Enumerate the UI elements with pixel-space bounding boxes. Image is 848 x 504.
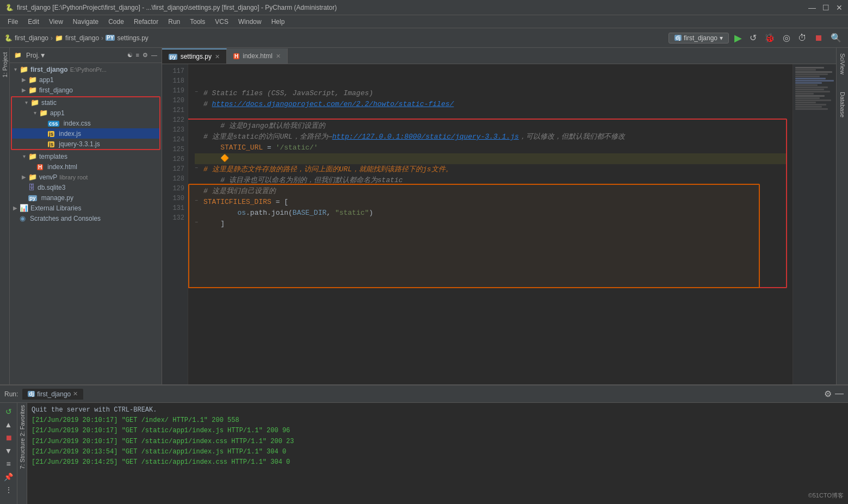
right-labels: SciView Database bbox=[836, 48, 848, 384]
toolbar-right: dj first_django ▾ ▶ ↺ 🐞 ◎ ⏱ ⏹ 🔍 bbox=[669, 31, 844, 45]
tree-item-app1[interactable]: ▶ 📁 app1 bbox=[10, 74, 162, 85]
editor-area: py settings.py ✕ H index.html ✕ 117 118 … bbox=[162, 48, 836, 384]
run-tab-close[interactable]: ✕ bbox=[73, 390, 78, 397]
run-header: Run: dj first_django ✕ ⚙ — bbox=[0, 385, 848, 403]
static-highlight-box: ▾ 📁 static ▾ 📁 app1 css index.css bbox=[11, 96, 160, 150]
run-settings-icon[interactable]: ⚙ bbox=[824, 389, 832, 399]
tree-item-external-libs[interactable]: ▶ 📊 External Libraries bbox=[10, 203, 162, 213]
run-more-btn[interactable]: ⋮ bbox=[5, 486, 13, 494]
database-label[interactable]: Database bbox=[838, 89, 847, 121]
run-stop-btn[interactable]: ⏹ bbox=[5, 433, 13, 442]
js-icon-index-js: js bbox=[48, 129, 54, 138]
code-line-120: # https://docs.djangoproject.com/en/2.2/… bbox=[195, 99, 786, 110]
tree-item-index-html[interactable]: H index.html bbox=[10, 161, 162, 172]
run-content: ↺ ▲ ⏹ ▼ ≡ 📌 ⋮ 2: Favorites 7: Structure … bbox=[0, 403, 848, 504]
favorites-label[interactable]: 2: Favorites bbox=[19, 405, 26, 436]
tab-label-index-html: index.html bbox=[243, 52, 273, 60]
project-icon-config[interactable]: ⚙ bbox=[143, 52, 148, 59]
menu-refactor[interactable]: Refactor bbox=[129, 17, 163, 27]
log-line-2: [21/Jun/2019 20:10:17] "GET /static/app1… bbox=[32, 426, 844, 436]
run-output-panel: 2: Favorites 7: Structure Quit the serve… bbox=[17, 403, 848, 504]
structure-label[interactable]: 7: Structure bbox=[19, 438, 26, 469]
menu-view[interactable]: View bbox=[45, 17, 67, 27]
code-content[interactable]: − # Static files (CSS, JavaScript, Image… bbox=[188, 64, 793, 384]
breadcrumb: 🐍 first_django › 📁 first_django › PY set… bbox=[4, 34, 148, 42]
code-line-123: # 这里是static的访问URL，全路径为—http://127.0.0.1:… bbox=[195, 132, 786, 142]
fold-btn-129[interactable]: − bbox=[195, 197, 201, 205]
tree-item-scratches[interactable]: ◉ Scratches and Consoles bbox=[10, 213, 162, 223]
tree-item-jquery[interactable]: js jquery-3.3.1.js bbox=[12, 139, 159, 149]
tab-settings-py[interactable]: py settings.py ✕ bbox=[162, 48, 227, 64]
run-pin-btn[interactable]: 📌 bbox=[4, 472, 13, 481]
run-wrap-btn[interactable]: ≡ bbox=[6, 459, 10, 468]
log-line-1: [21/Jun/2019 20:10:17] "GET /index/ HTTP… bbox=[32, 415, 844, 426]
profile-button[interactable]: ⏱ bbox=[796, 32, 809, 44]
menu-run[interactable]: Run bbox=[164, 17, 184, 27]
sciview-label[interactable]: SciView bbox=[838, 50, 847, 78]
coverage-button[interactable]: ◎ bbox=[781, 32, 793, 44]
tree-item-db-sqlite3[interactable]: 🗄 db.sqlite3 bbox=[10, 182, 162, 192]
tree-item-root[interactable]: ▾ 📁 first_django E:\PythonPr... bbox=[10, 64, 162, 74]
code-text-119: # Static files (CSS, JavaScript, Images) bbox=[203, 88, 373, 99]
tab-label-settings-py: settings.py bbox=[181, 53, 212, 60]
tab-index-html[interactable]: H index.html ✕ bbox=[227, 48, 288, 64]
debug-button[interactable]: 🐞 bbox=[762, 32, 777, 44]
run-scroll-down-btn[interactable]: ▼ bbox=[5, 446, 13, 455]
tree-arrow-templates: ▾ bbox=[21, 153, 27, 159]
menu-help[interactable]: Help bbox=[267, 17, 289, 27]
minimize-button[interactable]: — bbox=[808, 3, 816, 12]
code-line-124: STATIC_URL = '/static/' bbox=[195, 142, 786, 153]
tree-item-static[interactable]: ▾ 📁 static bbox=[12, 97, 159, 108]
run-config-dropdown-icon: ▾ bbox=[720, 34, 723, 42]
project-icon-settings[interactable]: ≡ bbox=[136, 52, 139, 59]
project-panel-label[interactable]: 1: Project bbox=[1, 48, 9, 82]
log-line-4: [21/Jun/2019 20:13:54] "GET /static/app1… bbox=[32, 447, 844, 457]
tree-item-index-css[interactable]: css index.css bbox=[12, 118, 159, 128]
tree-item-index-js[interactable]: js index.js bbox=[12, 128, 159, 139]
run-restart-btn[interactable]: ↺ bbox=[5, 407, 12, 416]
tree-label-root: first_django bbox=[30, 66, 68, 73]
tab-icon-index-html: H bbox=[233, 53, 239, 59]
code-text-125: 🔶 bbox=[203, 153, 229, 164]
editor-content[interactable]: 117 118 119 120 121 122 123 124 125 126 … bbox=[162, 64, 836, 384]
rerun-button[interactable]: ↺ bbox=[747, 32, 759, 44]
menu-code[interactable]: Code bbox=[104, 17, 128, 27]
tree-label-index-css: index.css bbox=[64, 120, 91, 127]
project-icon-locate[interactable]: ☯ bbox=[127, 52, 133, 59]
run-scroll-up-btn[interactable]: ▲ bbox=[5, 420, 13, 429]
tree-item-first-django-sub[interactable]: ▶ 📁 first_django bbox=[10, 85, 162, 95]
code-text-126: # 这里是静态文件存放的路径，访问上面的URL，就能找到该路径下的js文件。 bbox=[203, 164, 453, 175]
tab-close-index-html[interactable]: ✕ bbox=[276, 53, 281, 60]
run-button[interactable]: ▶ bbox=[732, 31, 744, 45]
search-everywhere-button[interactable]: 🔍 bbox=[828, 32, 844, 44]
menu-vcs[interactable]: VCS bbox=[211, 17, 233, 27]
title-bar: 🐍 first_django [E:\PythonProject\first_d… bbox=[0, 0, 848, 15]
menu-edit[interactable]: Edit bbox=[23, 17, 44, 27]
tree-item-manage-py[interactable]: py manage.py bbox=[10, 192, 162, 203]
fold-btn-119[interactable]: − bbox=[195, 88, 201, 96]
tree-item-app1-sub[interactable]: ▾ 📁 app1 bbox=[12, 108, 159, 118]
breadcrumb-folder-icon: 📁 bbox=[55, 34, 63, 42]
run-tab-first-django[interactable]: dj first_django ✕ bbox=[22, 389, 83, 400]
tab-close-settings-py[interactable]: ✕ bbox=[215, 53, 220, 60]
fold-btn-131[interactable]: − bbox=[195, 219, 201, 227]
menu-tools[interactable]: Tools bbox=[185, 17, 209, 27]
project-icon-minimize[interactable]: — bbox=[151, 52, 157, 59]
tree-item-templates[interactable]: ▾ 📁 templates bbox=[10, 151, 162, 161]
run-config-button[interactable]: dj first_django ▾ bbox=[669, 33, 729, 43]
menu-navigate[interactable]: Navigate bbox=[69, 17, 103, 27]
folder-icon-root: 📁 bbox=[20, 65, 28, 73]
menu-window[interactable]: Window bbox=[234, 17, 266, 27]
run-minimize-icon[interactable]: — bbox=[835, 389, 844, 399]
close-button[interactable]: ✕ bbox=[836, 3, 843, 12]
maximize-button[interactable]: ☐ bbox=[822, 3, 830, 12]
tree-item-venvP[interactable]: ▶ 📁 venvP library root bbox=[10, 172, 162, 182]
breadcrumb-project[interactable]: first_django bbox=[15, 34, 48, 42]
breadcrumb-folder[interactable]: first_django bbox=[65, 34, 99, 42]
code-line-128: # 这是我们自己设置的 bbox=[195, 186, 786, 197]
fold-btn-126[interactable]: − bbox=[195, 164, 201, 172]
breadcrumb-file[interactable]: settings.py bbox=[117, 34, 148, 42]
stop-button[interactable]: ⏹ bbox=[812, 32, 825, 44]
tree-label-index-html: index.html bbox=[47, 163, 77, 171]
menu-file[interactable]: File bbox=[3, 17, 22, 27]
